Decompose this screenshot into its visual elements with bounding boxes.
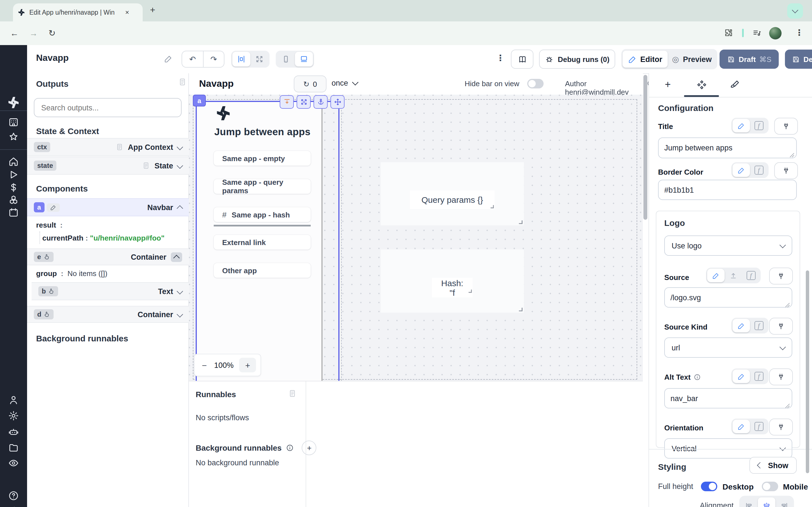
- hide-bar-toggle[interactable]: [527, 79, 544, 89]
- tab-search-button[interactable]: [787, 3, 803, 18]
- zoom-in-button[interactable]: +: [239, 358, 256, 372]
- function-mode-button[interactable]: f: [750, 370, 767, 383]
- search-outputs-input[interactable]: [34, 98, 182, 117]
- deploy-button[interactable]: Deploy: [785, 50, 812, 69]
- chevron-down-icon[interactable]: [177, 163, 183, 169]
- forward-icon[interactable]: →: [29, 28, 38, 38]
- full-width-button[interactable]: [250, 52, 268, 66]
- upload-mode-button[interactable]: [725, 269, 742, 282]
- panel-scrollbar[interactable]: [806, 270, 809, 473]
- anchor-component-chip[interactable]: [313, 95, 327, 109]
- back-icon[interactable]: ←: [10, 28, 18, 38]
- sidebar-item-home-icon[interactable]: [8, 156, 19, 167]
- sidebar-item-workers-icon[interactable]: [8, 427, 19, 438]
- title-input[interactable]: [658, 137, 797, 158]
- full-height-desktop-toggle[interactable]: [701, 482, 718, 491]
- resize-handle[interactable]: [490, 204, 494, 209]
- collapse-button[interactable]: [171, 252, 182, 262]
- sidebar-item-audit-logs-icon[interactable]: [8, 457, 19, 469]
- new-tab-button[interactable]: +: [150, 5, 155, 15]
- sidebar-item-favorites-icon[interactable]: [8, 131, 19, 143]
- sidebar-item-resources-icon[interactable]: [8, 194, 19, 206]
- styling-tab-icon[interactable]: [729, 79, 740, 90]
- static-mode-button[interactable]: [732, 420, 750, 433]
- resize-handle[interactable]: [518, 306, 523, 312]
- function-mode-button[interactable]: f: [750, 420, 767, 433]
- sidebar-item-folders-icon[interactable]: [8, 442, 19, 453]
- sidebar-item-schedules-icon[interactable]: [8, 207, 19, 218]
- sidebar-item-apps-icon[interactable]: [8, 117, 19, 128]
- static-mode-button[interactable]: [707, 269, 725, 282]
- app-canvas[interactable]: a Jump between apps Same app - empty Sam…: [189, 95, 643, 381]
- browser-menu-icon[interactable]: ⋮: [795, 27, 804, 38]
- centered-layout-button[interactable]: [232, 52, 250, 66]
- align-center-button[interactable]: [758, 497, 775, 507]
- resize-handle[interactable]: [518, 219, 523, 224]
- nav-item-same-app-query-params[interactable]: Same app - query params: [214, 179, 311, 194]
- textarea-resize-icon[interactable]: [785, 302, 790, 307]
- function-mode-button[interactable]: f: [742, 269, 760, 282]
- source-input[interactable]: [664, 287, 792, 307]
- state-row[interactable]: state State: [27, 157, 189, 175]
- selection-border-right[interactable]: [338, 101, 340, 381]
- toolbar-menu-icon[interactable]: ⋮: [496, 53, 505, 63]
- component-row-navbar[interactable]: a Navbar: [27, 198, 189, 216]
- zoom-out-button[interactable]: −: [202, 360, 207, 370]
- function-mode-button[interactable]: f: [750, 163, 767, 177]
- function-mode-button[interactable]: f: [750, 119, 767, 132]
- textarea-resize-icon[interactable]: [785, 403, 790, 408]
- border-color-connect-button[interactable]: [774, 162, 798, 179]
- query-params-container[interactable]: Query params {}: [380, 162, 524, 225]
- move-component-chip[interactable]: [331, 95, 345, 109]
- undo-button[interactable]: ↶: [182, 51, 203, 68]
- extensions-icon[interactable]: [724, 28, 733, 38]
- static-mode-button[interactable]: [732, 119, 750, 132]
- source-connect-button[interactable]: [769, 268, 793, 284]
- use-logo-select[interactable]: Use logo: [664, 235, 792, 256]
- component-row-container-d[interactable]: d Container: [27, 306, 189, 323]
- hash-container[interactable]: Hash:"f: [380, 249, 524, 313]
- align-right-button[interactable]: [775, 497, 793, 507]
- static-mode-button[interactable]: [732, 319, 750, 332]
- chevron-down-icon[interactable]: [177, 311, 183, 318]
- sidebar-item-users-icon[interactable]: [8, 394, 19, 406]
- alt-text-input[interactable]: [664, 388, 792, 408]
- title-connect-button[interactable]: [774, 118, 798, 135]
- component-row-text-b[interactable]: b Text: [32, 282, 189, 300]
- insert-tab-plus-icon[interactable]: +: [665, 79, 671, 91]
- schedule-dropdown[interactable]: once: [332, 79, 358, 87]
- sidebar-collapse-icon[interactable]: [8, 504, 19, 507]
- alt-text-connect-button[interactable]: [769, 369, 793, 385]
- expand-component-chip[interactable]: [297, 95, 311, 109]
- mobile-view-button[interactable]: [277, 52, 295, 66]
- doc-panel-icon[interactable]: [288, 389, 297, 398]
- component-settings-tab-icon[interactable]: [696, 79, 707, 90]
- preview-tab[interactable]: ◎ Preview: [668, 51, 716, 68]
- canvas-scrollbar[interactable]: [644, 75, 647, 220]
- rename-pencil-icon[interactable]: [164, 55, 172, 63]
- nav-item-same-app-hash[interactable]: #Same app - hash: [214, 207, 311, 222]
- media-queue-icon[interactable]: [752, 28, 762, 38]
- ctx-row[interactable]: ctx App Context: [27, 138, 189, 156]
- sidebar-item-help-icon[interactable]: [8, 490, 19, 501]
- doc-panel-icon[interactable]: [178, 78, 187, 86]
- desktop-view-button[interactable]: [295, 52, 313, 66]
- docs-button[interactable]: [511, 50, 534, 69]
- browser-tab[interactable]: Edit App u/henri/navapp | Win ×: [13, 3, 143, 21]
- function-mode-button[interactable]: f: [750, 319, 767, 332]
- component-row-container-e[interactable]: e Container: [27, 248, 189, 265]
- reload-icon[interactable]: ↻: [49, 28, 56, 38]
- static-mode-button[interactable]: [732, 163, 750, 177]
- sidebar-item-settings-icon[interactable]: [8, 410, 19, 421]
- nav-item-other-app[interactable]: Other app: [214, 263, 311, 278]
- sidebar-item-runs-icon[interactable]: [8, 169, 19, 180]
- query-params-text[interactable]: Query params {}: [410, 190, 495, 209]
- profile-avatar[interactable]: [769, 27, 781, 40]
- source-kind-select[interactable]: url: [664, 337, 792, 358]
- draft-button[interactable]: Draft ⌘S: [719, 50, 779, 69]
- chevron-down-icon[interactable]: [177, 144, 183, 151]
- refresh-button[interactable]: ↻ 0: [294, 75, 326, 93]
- edit-id-button[interactable]: [47, 203, 59, 212]
- orientation-connect-button[interactable]: [769, 418, 793, 436]
- textarea-resize-icon[interactable]: [790, 153, 795, 158]
